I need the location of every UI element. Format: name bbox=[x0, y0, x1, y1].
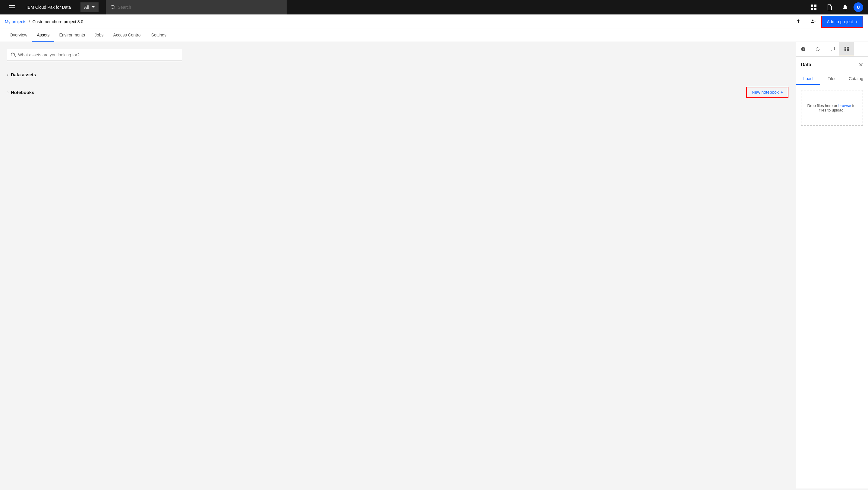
svg-rect-4 bbox=[814, 4, 816, 7]
document-icon-button[interactable] bbox=[822, 0, 837, 14]
main-layout: › Data assets › Notebooks New notebook + bbox=[0, 42, 868, 489]
panel-tab-catalog[interactable]: Catalog bbox=[844, 73, 868, 85]
notebooks-chevron-icon: › bbox=[7, 90, 8, 94]
data-assets-section: › Data assets bbox=[7, 68, 788, 81]
notebooks-row: › Notebooks New notebook + bbox=[7, 83, 788, 101]
main-content: › Data assets › Notebooks New notebook + bbox=[0, 42, 796, 489]
document-icon bbox=[827, 4, 832, 10]
header-bar: My projects / Customer churn project 3.0… bbox=[0, 14, 868, 29]
browse-link[interactable]: browse bbox=[838, 103, 851, 108]
svg-rect-2 bbox=[9, 9, 15, 9]
tabs-bar: Overview Assets Environments Jobs Access… bbox=[0, 29, 868, 42]
panel-tabs: Load Files Catalog bbox=[796, 73, 868, 85]
search-bar bbox=[106, 0, 287, 14]
history-icon bbox=[815, 47, 820, 52]
avatar[interactable]: U bbox=[854, 2, 863, 12]
panel-icon-row bbox=[796, 42, 868, 57]
asset-search-input[interactable] bbox=[18, 53, 179, 57]
add-user-icon bbox=[810, 19, 815, 24]
tab-settings[interactable]: Settings bbox=[147, 29, 172, 41]
app-title: IBM Cloud Pak for Data bbox=[27, 5, 71, 10]
breadcrumb-my-projects[interactable]: My projects bbox=[5, 19, 27, 24]
panel-close-button[interactable]: ✕ bbox=[859, 61, 863, 68]
breadcrumb-separator: / bbox=[29, 19, 30, 24]
tab-access-control[interactable]: Access Control bbox=[108, 29, 147, 41]
notification-icon-button[interactable] bbox=[838, 0, 852, 14]
drop-zone[interactable]: Drop files here or browse for files to u… bbox=[801, 90, 863, 126]
drop-zone-text: Drop files here or browse for files to u… bbox=[806, 103, 858, 113]
svg-rect-6 bbox=[814, 8, 816, 10]
tab-environments[interactable]: Environments bbox=[54, 29, 90, 41]
panel-title: Data bbox=[801, 62, 811, 67]
notebooks-header[interactable]: › Notebooks bbox=[7, 90, 34, 95]
panel-tab-load[interactable]: Load bbox=[796, 73, 820, 85]
svg-rect-5 bbox=[811, 8, 813, 10]
apps-icon bbox=[811, 4, 817, 10]
svg-rect-0 bbox=[9, 5, 15, 6]
tab-overview[interactable]: Overview bbox=[5, 29, 32, 41]
data-assets-title: Data assets bbox=[11, 72, 36, 77]
panel-data-icon-button[interactable] bbox=[839, 42, 854, 56]
data-icon bbox=[844, 47, 849, 51]
notebooks-title: Notebooks bbox=[11, 90, 34, 95]
info-icon bbox=[801, 47, 806, 52]
right-panel: Data ✕ Load Files Catalog Drop files her… bbox=[796, 42, 868, 489]
add-to-project-button[interactable]: Add to project + bbox=[821, 16, 863, 28]
asset-search-icon bbox=[11, 53, 16, 57]
panel-chat-icon-button[interactable] bbox=[825, 42, 839, 56]
search-icon bbox=[111, 5, 116, 10]
notebooks-section: › Notebooks New notebook + bbox=[7, 83, 788, 101]
search-input[interactable] bbox=[118, 5, 282, 10]
top-navigation: IBM Cloud Pak for Data All bbox=[0, 0, 868, 14]
add-to-project-plus-icon: + bbox=[855, 19, 858, 24]
scope-label: All bbox=[84, 5, 89, 10]
breadcrumb: My projects / Customer churn project 3.0 bbox=[5, 19, 790, 24]
scope-selector[interactable]: All bbox=[81, 2, 98, 12]
upload-icon bbox=[796, 19, 801, 24]
apps-icon-button[interactable] bbox=[807, 0, 821, 14]
tab-assets[interactable]: Assets bbox=[32, 29, 54, 41]
svg-rect-1 bbox=[9, 7, 15, 7]
svg-rect-3 bbox=[811, 4, 813, 7]
data-assets-header[interactable]: › Data assets bbox=[7, 68, 788, 81]
panel-history-icon-button[interactable] bbox=[810, 42, 825, 56]
asset-search-bar bbox=[7, 49, 182, 61]
tab-jobs[interactable]: Jobs bbox=[90, 29, 108, 41]
menu-icon[interactable] bbox=[5, 0, 19, 14]
new-notebook-button[interactable]: New notebook + bbox=[746, 87, 788, 98]
panel-header: Data ✕ bbox=[796, 57, 868, 73]
upload-icon-button[interactable] bbox=[792, 16, 804, 28]
chevron-down-icon bbox=[91, 5, 95, 9]
new-notebook-label: New notebook bbox=[752, 90, 779, 95]
panel-body: Drop files here or browse for files to u… bbox=[796, 85, 868, 489]
panel-tab-files[interactable]: Files bbox=[820, 73, 844, 85]
notification-icon bbox=[842, 4, 848, 10]
breadcrumb-current-project: Customer churn project 3.0 bbox=[32, 19, 83, 24]
data-assets-chevron-icon: › bbox=[7, 73, 8, 77]
panel-info-icon-button[interactable] bbox=[796, 42, 810, 56]
add-user-icon-button[interactable] bbox=[807, 16, 819, 28]
add-to-project-label: Add to project bbox=[827, 19, 852, 24]
nav-actions: U bbox=[807, 0, 863, 14]
header-actions: Add to project + bbox=[792, 16, 863, 28]
chat-icon bbox=[830, 47, 835, 52]
new-notebook-plus-icon: + bbox=[781, 90, 783, 95]
